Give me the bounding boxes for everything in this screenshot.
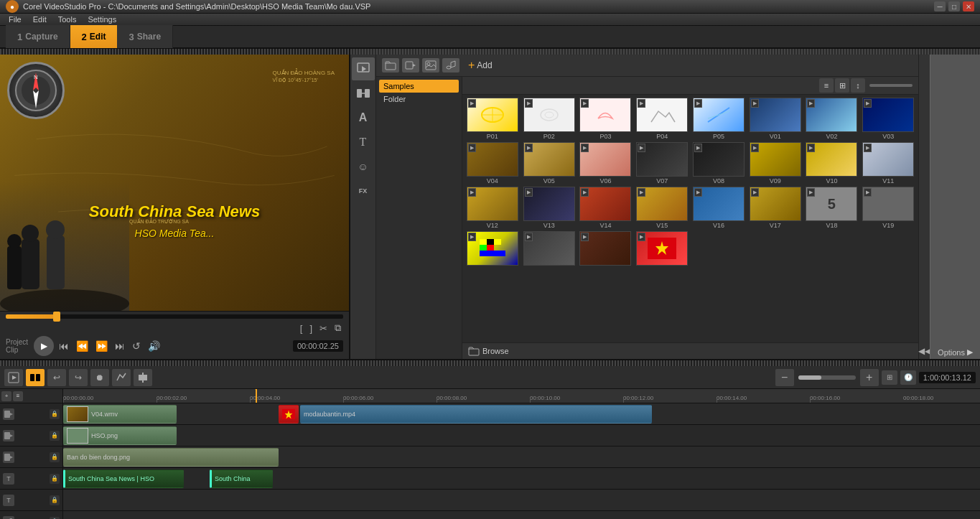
clip-text2-southchina[interactable]: South China — [210, 469, 273, 488]
media-item-v06[interactable]: ▶ V06 — [579, 142, 633, 184]
media-item-extra1[interactable]: ▶ — [465, 231, 520, 266]
tab-edit[interactable]: 2 Edit — [70, 25, 118, 48]
tl-undo-btn[interactable]: ↩ — [47, 369, 66, 386]
preview-drag-handle[interactable] — [0, 49, 349, 55]
expand-tracks-btn[interactable]: + — [1, 391, 11, 401]
media-item-v17[interactable]: ▶ V17 — [748, 187, 803, 229]
tl-redo-btn[interactable]: ↪ — [69, 369, 88, 386]
tool-text[interactable]: T — [352, 131, 375, 154]
tl-video-track-btn[interactable] — [4, 369, 23, 386]
cut-button[interactable]: ✂ — [317, 322, 330, 335]
media-item-v11[interactable]: ▶ V11 — [861, 142, 915, 184]
tool-transitions[interactable] — [352, 82, 375, 105]
media-item-v13[interactable]: ▶ V13 — [522, 187, 577, 229]
volume-button[interactable]: 🔊 — [146, 339, 162, 353]
tool-fx[interactable]: FX — [352, 179, 375, 202]
maximize-button[interactable]: □ — [948, 1, 960, 11]
collapse-library-btn[interactable]: ◀◀ — [918, 55, 930, 359]
video-track-lock[interactable]: 🔒 — [50, 409, 60, 419]
tl-storyboard-btn[interactable] — [26, 369, 45, 386]
media-item-v07[interactable]: ▶ V07 — [635, 142, 689, 184]
tl-clock-btn[interactable]: 🕐 — [900, 370, 916, 385]
library-folder-btn[interactable] — [382, 58, 399, 73]
copy-button[interactable]: ⧉ — [332, 322, 343, 335]
clip-flag[interactable] — [279, 405, 299, 424]
step-back-button[interactable]: ⏪ — [74, 339, 90, 353]
browse-button[interactable]: Browse — [462, 342, 918, 359]
media-item-v14[interactable]: ▶ V14 — [579, 187, 633, 229]
grid-view-btn[interactable]: ⊞ — [835, 78, 849, 93]
tl-record-btn[interactable]: ⏺ — [90, 369, 109, 386]
sort-btn[interactable]: ↕ — [851, 78, 865, 93]
right-drag-handle[interactable] — [350, 49, 980, 55]
collapse-tracks-btn[interactable]: ≡ — [13, 391, 23, 401]
media-item-p05[interactable]: ▶ P05 — [691, 98, 746, 140]
tool-media[interactable] — [352, 57, 375, 80]
overlay2-track-lock[interactable]: 🔒 — [50, 452, 60, 462]
media-item-extra3[interactable]: ▶ — [579, 231, 633, 266]
clip-modaubantin[interactable]: modaubantin.mp4 — [300, 405, 652, 424]
zoom-slider[interactable] — [869, 84, 913, 87]
media-item-v15[interactable]: ▶ V15 — [635, 187, 689, 229]
voice-track-lock[interactable]: 🔒 — [50, 517, 60, 520]
options-button[interactable]: Options ▶ — [930, 55, 980, 359]
media-item-v19[interactable]: ▶ V19 — [861, 187, 915, 229]
play-button[interactable]: ▶ — [34, 336, 54, 356]
tree-folder[interactable]: Folder — [379, 93, 459, 106]
list-view-btn[interactable]: ≡ — [819, 78, 834, 93]
media-item-v16[interactable]: ▶ V16 — [691, 187, 746, 229]
tool-face[interactable]: ☺ — [352, 155, 375, 178]
menu-tools[interactable]: Tools — [52, 14, 83, 25]
overlay1-track-lock[interactable]: 🔒 — [50, 431, 60, 441]
text1-track-lock[interactable]: 🔒 — [50, 474, 60, 484]
tree-samples[interactable]: Samples — [379, 80, 459, 93]
tl-time-nav-btn[interactable]: ⊞ — [882, 370, 897, 385]
media-item-v08[interactable]: ▶ V08 — [691, 142, 746, 184]
tl-zoom-out-btn[interactable]: − — [775, 369, 794, 386]
menu-settings[interactable]: Settings — [82, 14, 122, 25]
loop-button[interactable]: ↺ — [130, 339, 143, 353]
library-audio-btn[interactable] — [442, 58, 459, 73]
tl-snap-btn[interactable] — [134, 369, 152, 386]
close-button[interactable]: ✕ — [963, 1, 974, 11]
progress-bar[interactable] — [6, 314, 343, 319]
media-item-v12[interactable]: ▶ V12 — [465, 187, 520, 229]
timeline-tracks[interactable]: 00:00:00.00 00:00:02.00 00:00:04.00 00:0… — [63, 389, 980, 519]
menu-file[interactable]: File — [3, 14, 27, 25]
media-item-extra4[interactable]: ▶ — [635, 231, 689, 266]
timeline-drag-handle[interactable] — [0, 360, 980, 366]
trim-start-button[interactable]: [ — [298, 322, 305, 335]
tool-titles[interactable]: A — [352, 106, 375, 129]
media-item-p02[interactable]: ▶ P02 — [522, 98, 577, 140]
clip-hso[interactable]: HSO.png — [63, 426, 177, 445]
tl-mix-btn[interactable] — [112, 369, 131, 386]
step-fwd-button[interactable]: ⏩ — [93, 339, 110, 353]
text2-track-lock[interactable]: 🔒 — [50, 495, 60, 505]
media-item-p04[interactable]: ▶ P04 — [635, 98, 689, 140]
media-item-v09[interactable]: ▶ V09 — [748, 142, 803, 184]
menu-edit[interactable]: Edit — [27, 14, 52, 25]
clip-v04[interactable]: V04.wmv — [63, 405, 177, 424]
library-photo-btn[interactable] — [422, 58, 439, 73]
prev-frame-button[interactable]: ⏮ — [57, 339, 71, 353]
tab-share[interactable]: 3 Share — [117, 25, 173, 48]
tab-capture[interactable]: 1 Capture — [6, 25, 70, 48]
minimize-button[interactable]: ─ — [934, 1, 946, 11]
progress-thumb[interactable] — [53, 312, 60, 322]
next-frame-button[interactable]: ⏭ — [113, 339, 127, 353]
clip-text1-southchina[interactable]: South China Sea News | HSO — [63, 469, 184, 488]
media-item-p01[interactable]: ▶ P01 — [465, 98, 520, 140]
library-video-btn[interactable] — [402, 58, 419, 73]
media-item-v01[interactable]: ▶ V01 — [748, 98, 803, 140]
tl-zoom-slider[interactable] — [798, 375, 856, 380]
trim-end-button[interactable]: ] — [307, 322, 314, 335]
media-item-p03[interactable]: ▶ P03 — [579, 98, 633, 140]
media-item-v05[interactable]: ▶ V05 — [522, 142, 577, 184]
add-media-button[interactable]: + Add — [462, 57, 498, 73]
media-item-extra2[interactable]: ▶ — [522, 231, 577, 266]
tl-zoom-in-btn[interactable]: + — [860, 369, 879, 386]
media-item-v03[interactable]: ▶ V03 — [861, 98, 915, 140]
media-item-v18[interactable]: ▶ 5 V18 — [805, 187, 859, 229]
media-item-v10[interactable]: ▶ V10 — [805, 142, 859, 184]
media-item-v04[interactable]: ▶ V04 — [465, 142, 520, 184]
